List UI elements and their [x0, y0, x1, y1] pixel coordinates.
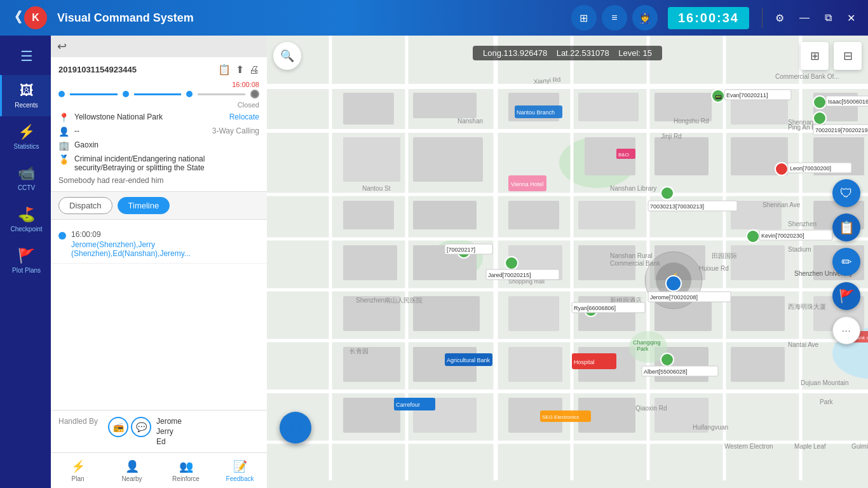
clipboard-button[interactable]: 📋	[832, 214, 860, 241]
svg-text:Ryan[66006806]: Ryan[66006806]	[574, 305, 616, 311]
edit-button[interactable]: ✏	[832, 248, 860, 276]
incident-type-icon: 🏅	[58, 154, 69, 165]
svg-text:Nantai Ave: Nantai Ave	[788, 341, 819, 348]
svg-rect-28	[578, 93, 639, 121]
menu-icon: ☰	[20, 48, 33, 65]
nearby-icon: 👤	[125, 459, 139, 473]
back-button[interactable]: ↩	[57, 39, 67, 53]
map-fab-button[interactable]: 👤	[280, 412, 311, 444]
svg-text:Evan[70020211]: Evan[70020211]	[726, 92, 768, 98]
main-content: ☰ 🖼 Recents ⚡ Statistics 📹 CCTV ⛳ Checkp…	[0, 36, 868, 488]
handled-action-icons: 📻 💬	[108, 417, 151, 437]
map-top-right-buttons: ⊞ ⊟	[801, 42, 862, 70]
svg-text:Maple Leaf: Maple Leaf	[794, 443, 826, 450]
shield-button[interactable]: 🛡	[832, 179, 860, 207]
sidebar-item-plot-plans[interactable]: 🚩 Plot Plans	[0, 240, 51, 281]
call-type-label: 3-Way Calling	[212, 126, 259, 135]
header-divider	[762, 8, 763, 28]
svg-rect-59	[731, 347, 785, 382]
svg-point-131	[661, 187, 674, 200]
map-area[interactable]: Lixiang Park	[267, 36, 868, 488]
close-button[interactable]: ✕	[842, 10, 860, 27]
timeline-line-1	[70, 93, 118, 95]
longitude: Long.113.926478	[483, 48, 547, 58]
statistics-icon: ⚡	[18, 124, 35, 140]
incident-note: Somebody had rear-ended him	[58, 176, 259, 185]
reinforce-icon: 👥	[179, 459, 193, 473]
sidebar-item-checkpoint[interactable]: ⛳ Checkpoint	[0, 199, 51, 240]
header: 《 K Visual Command System ⊞ ≡ 👮 16:00:34…	[0, 0, 868, 36]
svg-text:长青园: 长青园	[349, 348, 369, 355]
restore-button[interactable]: ⧉	[820, 10, 837, 26]
caller-text: --	[74, 126, 207, 135]
plan-icon: ⚡	[71, 459, 85, 473]
footer-tab-plan[interactable]: ⚡ Plan	[51, 453, 105, 488]
timeline-dot-3	[186, 91, 193, 97]
print-button[interactable]: 🖨	[249, 64, 259, 76]
footer-tab-feedback[interactable]: 📝 Feedback	[213, 453, 267, 488]
map-layout-button[interactable]: ⊟	[834, 42, 862, 70]
document-button[interactable]: ≡	[602, 5, 627, 30]
sidebar-item-menu[interactable]: ☰	[0, 41, 51, 75]
minimize-button[interactable]: —	[794, 10, 815, 26]
flag-button[interactable]: 🚩	[832, 282, 860, 310]
svg-point-149	[661, 353, 674, 366]
timeline-line-2	[134, 93, 182, 95]
message-button[interactable]: 💬	[131, 417, 151, 437]
event-people[interactable]: Jerome(Shenzhen),Jerry (Shenzhen),Ed(Nan…	[71, 240, 259, 258]
svg-text:Nantou Branch: Nantou Branch	[517, 109, 555, 116]
latitude: Lat.22.531078	[557, 48, 609, 58]
map-search-button[interactable]: 🔍	[273, 42, 301, 70]
relocate-button[interactable]: Relocate	[229, 112, 259, 121]
svg-rect-45	[508, 296, 559, 331]
svg-text:Jared[70020215]: Jared[70020215]	[488, 272, 531, 278]
user-button[interactable]: 👮	[632, 5, 658, 30]
svg-text:Nanshan: Nanshan	[458, 118, 483, 125]
checkpoint-icon: ⛳	[18, 207, 35, 223]
map-svg: Lixiang Park	[267, 36, 868, 488]
more-button[interactable]: ···	[832, 316, 860, 344]
svg-point-122	[813, 96, 826, 109]
footer-tab-nearby[interactable]: 👤 Nearby	[105, 453, 159, 488]
tab-dispatch[interactable]: Dispatch	[58, 197, 112, 214]
sidebar-item-statistics[interactable]: ⚡ Statistics	[0, 116, 51, 158]
grid-button[interactable]: ⊞	[571, 5, 597, 30]
svg-rect-37	[508, 201, 559, 229]
timeline-thumb[interactable]	[250, 90, 259, 98]
tab-timeline[interactable]: Timeline	[118, 197, 170, 214]
sidebar-item-recents[interactable]: 🖼 Recents	[0, 75, 51, 116]
svg-text:Shenzhen南山人民医院: Shenzhen南山人民医院	[356, 297, 423, 304]
handled-names-list: Jerome Jerry Ed	[156, 417, 182, 446]
svg-text:田园国际: 田园国际	[712, 252, 737, 259]
svg-text:Jinji Rd: Jinji Rd	[661, 133, 682, 140]
svg-text:Carrefour: Carrefour	[396, 402, 420, 408]
svg-text:Nanshan Rural: Nanshan Rural	[610, 252, 653, 259]
handled-by-section: Handled By 📻 💬 Jerome Jerry Ed	[51, 410, 267, 452]
handled-by-label: Handled By	[58, 417, 103, 426]
svg-text:Western Electron: Western Electron	[724, 443, 773, 450]
zoom-level: Level: 15	[618, 48, 652, 58]
svg-rect-50	[731, 296, 785, 331]
feedback-label: Feedback	[226, 475, 254, 482]
caller-icon: 👤	[58, 126, 69, 137]
sidebar-item-cctv[interactable]: 📹 CCTV	[0, 158, 51, 199]
department-row: 🏢 Gaoxin	[58, 140, 259, 151]
copy-button[interactable]: 📋	[218, 64, 231, 76]
export-button[interactable]: ⬆	[236, 64, 244, 76]
svg-text:Guimiao New Village: Guimiao New Village	[851, 443, 868, 450]
dept-text: Gaoxin	[74, 140, 259, 149]
plan-label: Plan	[71, 475, 84, 482]
map-layers-button[interactable]: ⊞	[801, 42, 829, 70]
svg-text:Hongshu Rd: Hongshu Rd	[674, 118, 709, 125]
walkie-talkie-button[interactable]: 📻	[108, 417, 128, 437]
settings-button[interactable]: ⚙	[770, 10, 789, 27]
map-toolbar: 🔍	[273, 42, 301, 70]
event-item: 16:00:09 Jerome(Shenzhen),Jerry (Shenzhe…	[51, 225, 267, 264]
svg-text:Commercial Bank Of...: Commercial Bank Of...	[775, 73, 839, 80]
footer-tab-reinforce[interactable]: 👥 Reinforce	[159, 453, 213, 488]
svg-rect-39	[343, 245, 397, 280]
dept-icon: 🏢	[58, 140, 69, 151]
timeline-status-label: Closed	[58, 101, 259, 109]
svg-point-125	[813, 112, 826, 125]
panel: ↩ 20191031154923445 📋 ⬆ 🖨 16:00:08	[51, 36, 267, 488]
